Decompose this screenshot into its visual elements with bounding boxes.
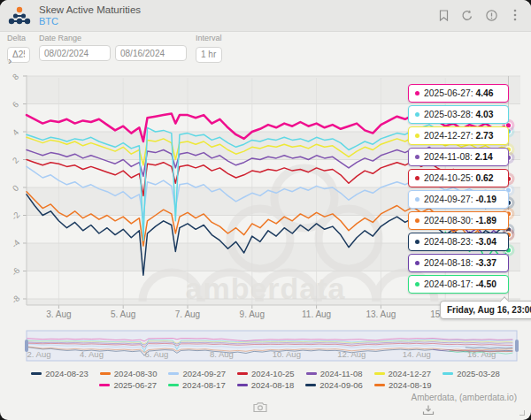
asset-subtitle[interactable]: BTC: [39, 16, 141, 27]
legend-item-2024-12-27[interactable]: 2024-12-27: [374, 369, 432, 378]
tooltip-date: 2024-11-08:: [424, 152, 475, 162]
navigator-tick-label: 4. Aug: [80, 349, 104, 359]
tooltip-date: 2024-08-18:: [424, 258, 475, 268]
tooltip-date: 2024-08-17:: [424, 279, 475, 289]
y-tick-label: 2: [11, 155, 21, 165]
y-tick-label: -4: [10, 238, 22, 250]
delta-label: Delta: [7, 34, 30, 42]
tooltip-value: -1.89: [475, 216, 496, 225]
y-tick-label: -8: [10, 294, 22, 306]
series-dot-icon: [415, 218, 419, 223]
tooltip-date: 2024-08-23:: [424, 237, 475, 247]
navigator-tick-label: 8. Aug: [210, 349, 234, 359]
tooltip-value: -4.50: [475, 279, 496, 289]
more-options-icon[interactable]: [508, 8, 522, 22]
y-tick-label: 6: [11, 99, 21, 110]
series-dot-icon: [415, 240, 419, 244]
interval-control: Interval: [196, 34, 222, 63]
interval-label: Interval: [196, 34, 222, 42]
value-tooltip-2024-08-18: 2024-08-18: -3.37: [408, 254, 509, 272]
legend-item-2024-08-30[interactable]: 2024-08-30: [100, 369, 158, 378]
legend-label: 2024-12-27: [389, 369, 432, 378]
resize-corner[interactable]: [519, 410, 525, 416]
tooltip-value: 4.46: [475, 88, 493, 98]
legend-item-2025-03-28[interactable]: 2025-03-28: [442, 369, 500, 378]
legend-dash-icon: [305, 384, 316, 386]
chart-controls: Delta Date Range Interval: [7, 34, 222, 63]
tooltip-date: 2025-06-27:: [424, 88, 475, 98]
navigator-handle-right[interactable]: [515, 340, 519, 352]
interval-input[interactable]: [196, 47, 222, 63]
date-from-input[interactable]: [39, 45, 111, 61]
value-tooltip-2024-08-30: 2024-08-30: -1.89: [408, 211, 509, 230]
info-icon[interactable]: [484, 8, 498, 22]
legend-dash-icon: [442, 372, 453, 375]
legend-dash-icon: [374, 372, 385, 375]
legend-item-2024-10-25[interactable]: 2024-10-25: [237, 369, 295, 378]
legend-dash-icon: [168, 384, 179, 386]
legend-item-2024-11-08[interactable]: 2024-11-08: [306, 369, 363, 378]
series-dot-icon: [415, 134, 419, 138]
x-tick-label: 11. Aug: [302, 309, 331, 319]
date-range-label: Date Range: [39, 34, 187, 42]
legend-item-2024-08-23[interactable]: 2024-08-23: [31, 369, 88, 378]
tooltip-value: 2.73: [475, 131, 493, 141]
legend-dash-icon: [306, 372, 317, 375]
legend-label: 2024-11-08: [320, 369, 363, 378]
series-dot-icon: [415, 197, 419, 202]
legend-item-2024-08-17[interactable]: 2024-08-17: [168, 380, 226, 390]
tooltip-value: 4.03: [475, 110, 493, 119]
tooltip-date: 2024-10-25:: [424, 173, 475, 183]
amberdata-logo-icon: [7, 5, 32, 27]
legend-dash-icon: [99, 384, 110, 386]
series-dot-icon: [415, 155, 419, 159]
snapshot-camera-icon[interactable]: [253, 401, 267, 416]
legend-label: 2024-08-18: [251, 380, 295, 390]
legend-item-2024-08-19[interactable]: 2024-08-19: [374, 380, 432, 390]
legend-dash-icon: [374, 384, 385, 386]
navigator-tick-label: 14. Aug: [403, 349, 431, 359]
legend-label: 2024-08-17: [182, 380, 226, 390]
series-dot-icon: [415, 282, 419, 286]
legend-dash-icon: [100, 372, 111, 375]
navigator-tick-label: 6. Aug: [144, 349, 168, 359]
watermark-text: amberdata: [186, 271, 346, 305]
legend-item-2025-06-27[interactable]: 2025-06-27: [99, 380, 157, 390]
series-dot-icon: [415, 112, 419, 117]
bookmark-icon[interactable]: [436, 8, 450, 22]
date-to-input[interactable]: [115, 45, 187, 61]
y-tick-label: 4: [11, 127, 21, 138]
y-tick-label: -6: [10, 265, 22, 278]
page-title: Skew Active Maturities: [39, 4, 141, 15]
y-tick-label: 0: [11, 183, 21, 194]
navigator-tick-label: 10. Aug: [273, 349, 301, 359]
tooltip-value: 2.14: [475, 152, 493, 162]
collapse-chevron-icon[interactable]: ›: [8, 57, 12, 65]
widget-header: Skew Active Maturities BTC: [0, 0, 531, 32]
value-tooltips: 2025-06-27: 4.462025-03-28: 4.032024-12-…: [408, 84, 509, 296]
value-tooltip-2024-08-23: 2024-08-23: -3.04: [408, 233, 509, 251]
download-icon[interactable]: [422, 403, 435, 419]
x-tick-label: 5. Aug: [111, 309, 135, 319]
y-tick-label: 8: [11, 72, 21, 82]
legend-label: 2024-08-23: [45, 369, 88, 378]
x-tick-label: 13. Aug: [366, 309, 396, 319]
refresh-icon[interactable]: [460, 8, 474, 22]
value-tooltip-2024-09-27: 2024-09-27: -0.19: [408, 190, 509, 209]
navigator-tick-label: 2. Aug: [27, 349, 51, 359]
tooltip-date: 2024-09-27:: [424, 195, 475, 204]
credit-text: Amberdata, (amberdata.io): [411, 393, 517, 402]
series-dot-icon: [415, 261, 419, 265]
legend-item-2024-09-27[interactable]: 2024-09-27: [168, 369, 226, 378]
legend-dash-icon: [168, 372, 179, 375]
legend-item-2024-08-18[interactable]: 2024-08-18: [237, 380, 295, 390]
series-dot-icon: [415, 176, 419, 180]
tooltip-date: 2024-12-27:: [424, 131, 475, 141]
navigator-tick-label: 12. Aug: [337, 349, 366, 359]
legend-dash-icon: [237, 372, 248, 375]
tooltip-date: 2025-03-28:: [424, 110, 475, 119]
legend-dash-icon: [31, 372, 42, 375]
x-tick-label: 3. Aug: [46, 309, 71, 319]
legend-label: 2024-09-06: [319, 380, 363, 390]
legend-item-2024-09-06[interactable]: 2024-09-06: [305, 380, 363, 390]
